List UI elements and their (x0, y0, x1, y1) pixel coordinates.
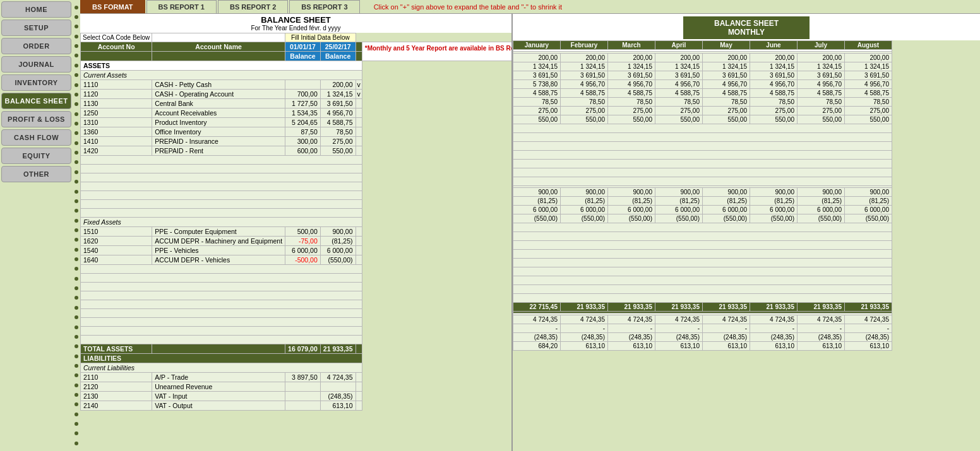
col-spacer (152, 52, 285, 61)
sidebar-item-profit-loss[interactable]: PROFIT & LOSS (1, 111, 71, 127)
monthly-data-cell-4: 613,10 (703, 342, 750, 351)
sidebar-item-setup[interactable]: SETUP (1, 20, 71, 36)
sidebar-item-order[interactable]: ORDER (1, 38, 71, 54)
tab-hint: Click on "+" sign above to expand the ta… (374, 3, 562, 11)
sidebar-item-other[interactable]: OTHER (1, 166, 71, 182)
tab-bs-report1[interactable]: BS REPORT 1 (146, 0, 217, 13)
dot-decorator (75, 209, 78, 213)
dot-decorator (75, 151, 78, 155)
account-name: Office Inventory (152, 127, 285, 137)
monthly-data-cell-7: 4 724,35 (845, 315, 892, 324)
monthly-data-cell-6: 3 691,50 (798, 71, 845, 80)
monthly-data-cell-7: 1 324,15 (845, 62, 892, 71)
right-table-container[interactable]: January February March April May June Ju… (513, 40, 980, 451)
monthly-data-cell-2: 550,00 (608, 115, 655, 124)
monthly-data-cell-1: - (561, 324, 608, 333)
dot-decorator (75, 402, 78, 406)
monthly-empty-row (513, 232, 892, 241)
account-name: VAT - Input (152, 392, 285, 401)
monthly-data-cell-7: 550,00 (845, 115, 892, 124)
monthly-empty-row (513, 160, 892, 168)
v-mark (356, 392, 362, 401)
sidebar: HOME SETUP ORDER JOURNAL INVENTORY BALAN… (0, 0, 73, 451)
main-content: BS FORMAT BS REPORT 1 BS REPORT 2 BS REP… (80, 0, 980, 451)
balance-v1: -500,00 (285, 255, 321, 265)
account-no: 1540 (81, 246, 152, 255)
tab-bs-report3[interactable]: BS REPORT 3 (289, 0, 359, 13)
col2-label: Balance (320, 52, 356, 61)
section-header: ASSETS (81, 61, 362, 71)
monthly-total-cell-3: 21 933,35 (655, 303, 703, 312)
v-mark (356, 373, 362, 382)
dot-decorator (75, 267, 78, 271)
sidebar-item-equity[interactable]: EQUITY (1, 148, 71, 164)
monthly-data-cell-2: 1 324,15 (608, 62, 655, 71)
account-name: ACCUM DEPR - Machinery and Equipment (152, 237, 285, 246)
monthly-data-cell-6: (81,25) (798, 197, 845, 206)
apr-header: April (655, 41, 703, 50)
monthly-data-cell-1: 4 956,70 (561, 80, 608, 89)
col1-date-header: 01/01/17 (285, 42, 321, 52)
monthly-data-cell-2: 3 691,50 (608, 71, 655, 80)
dot-decorator (75, 228, 78, 232)
v-mark (356, 237, 362, 246)
balance-v1 (285, 401, 321, 411)
monthly-data-cell-4: (550,00) (703, 214, 750, 223)
balance-v2: 4 956,70 (320, 108, 356, 118)
liabilities-header: LIABILITIES (81, 354, 362, 363)
dot-decorator (75, 131, 78, 135)
monthly-data-cell-4: 4 724,35 (703, 315, 750, 324)
monthly-data-cell-3: 275,00 (655, 107, 703, 115)
monthly-data-cell-7: 78,50 (845, 98, 892, 107)
v-mark (356, 127, 362, 137)
v-mark (356, 146, 362, 156)
monthly-data-cell-7: 900,00 (845, 188, 892, 197)
balance-v1 (285, 80, 321, 90)
empty-row (81, 291, 362, 300)
sidebar-item-balance-sheet[interactable]: BALANCE SHEET (1, 93, 71, 109)
total-spacer (152, 344, 285, 354)
monthly-data-cell-4: 6 000,00 (703, 206, 750, 214)
account-no: 2140 (81, 401, 152, 411)
monthly-data-cell-2: 4 588,75 (608, 89, 655, 98)
tab-bs-report2[interactable]: BS REPORT 2 (218, 0, 288, 13)
balance-v2: 4 724,35 (320, 373, 356, 382)
monthly-data-cell-3: 4 588,75 (655, 89, 703, 98)
monthly-data-cell-6: 275,00 (798, 107, 845, 115)
monthly-data-cell-7: 6 000,00 (845, 206, 892, 214)
v-mark: v (356, 80, 362, 90)
monthly-data-cell-6: 78,50 (798, 98, 845, 107)
sidebar-item-cash-flow[interactable]: CASH FLOW (1, 129, 71, 146)
empty-row (81, 182, 362, 191)
monthly-data-cell-6: 4 588,75 (798, 89, 845, 98)
balance-v1: 300,00 (285, 137, 321, 146)
dot-decorator (75, 73, 78, 77)
sidebar-item-inventory[interactable]: INVENTORY (1, 74, 71, 91)
account-no: 2110 (81, 373, 152, 382)
monthly-empty-row (513, 168, 892, 177)
tab-bs-format[interactable]: BS FORMAT (80, 0, 145, 13)
monthly-data-cell-1: 4 724,35 (561, 315, 608, 324)
monthly-data-cell-6: 200,00 (798, 54, 845, 62)
monthly-empty-row (513, 250, 892, 259)
account-name: A/P - Trade (152, 373, 285, 382)
balance-v2: 3 691,50 (320, 99, 356, 108)
monthly-total-cell-7: 21 933,35 (845, 303, 892, 312)
account-no: 1420 (81, 146, 152, 156)
dot-decorator (75, 422, 78, 426)
dot-decorator (75, 238, 78, 242)
v-mark (356, 401, 362, 411)
sidebar-item-home[interactable]: HOME (1, 1, 71, 18)
dot-decorator (75, 344, 78, 348)
dot-decorator (75, 413, 78, 416)
balance-v1: 3 897,50 (285, 373, 321, 382)
monthly-empty-row (513, 142, 892, 151)
monthly-data-cell-7: (550,00) (845, 214, 892, 223)
sidebar-item-journal[interactable]: JOURNAL (1, 56, 71, 73)
right-title: BALANCE SHEETMONTHLY (683, 16, 810, 39)
account-no: 1310 (81, 118, 152, 127)
left-table-container[interactable]: Select CoA Code Below Fill Initial Data … (80, 33, 511, 451)
content-area: BALANCE SHEET For The Year Ended févr. d… (80, 14, 980, 451)
monthly-data-cell-1: (248,35) (561, 333, 608, 342)
balance-v1: 1 727,50 (285, 99, 321, 108)
